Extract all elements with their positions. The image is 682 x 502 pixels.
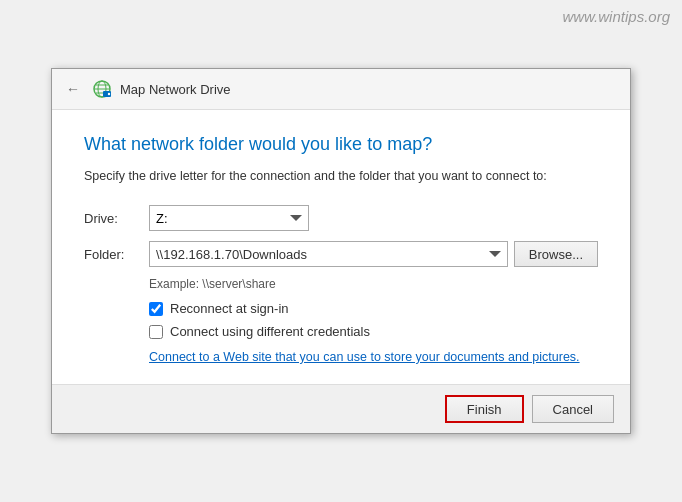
svg-point-6: [108, 93, 110, 95]
folder-input[interactable]: [149, 241, 508, 267]
reconnect-checkbox[interactable]: [149, 302, 163, 316]
folder-row: Folder: Browse...: [84, 241, 598, 267]
titlebar: ← Map Network Drive: [52, 69, 630, 110]
back-button[interactable]: ←: [66, 81, 80, 97]
browse-button[interactable]: Browse...: [514, 241, 598, 267]
folder-input-wrap: Browse...: [149, 241, 598, 267]
reconnect-row: Reconnect at sign-in: [149, 301, 598, 316]
reconnect-label[interactable]: Reconnect at sign-in: [170, 301, 289, 316]
main-question: What network folder would you like to ma…: [84, 134, 598, 155]
cancel-button[interactable]: Cancel: [532, 395, 614, 423]
different-creds-row: Connect using different credentials: [149, 324, 598, 339]
dialog-window: ← Map Network Drive What network folder …: [51, 68, 631, 434]
dialog-title: Map Network Drive: [120, 82, 231, 97]
dialog-footer: Finish Cancel: [52, 384, 630, 433]
description-text: Specify the drive letter for the connect…: [84, 169, 598, 183]
example-text: Example: \\server\share: [149, 277, 598, 291]
watermark: www.wintips.org: [562, 8, 670, 25]
drive-select[interactable]: Z:: [149, 205, 309, 231]
web-link-row: Connect to a Web site that you can use t…: [149, 349, 598, 364]
different-credentials-label[interactable]: Connect using different credentials: [170, 324, 370, 339]
dialog-body: What network folder would you like to ma…: [52, 110, 630, 384]
folder-label: Folder:: [84, 247, 149, 262]
drive-row: Drive: Z:: [84, 205, 598, 231]
network-drive-icon: [92, 79, 112, 99]
web-link[interactable]: Connect to a Web site that you can use t…: [149, 350, 580, 364]
different-credentials-checkbox[interactable]: [149, 325, 163, 339]
drive-label: Drive:: [84, 211, 149, 226]
finish-button[interactable]: Finish: [445, 395, 524, 423]
